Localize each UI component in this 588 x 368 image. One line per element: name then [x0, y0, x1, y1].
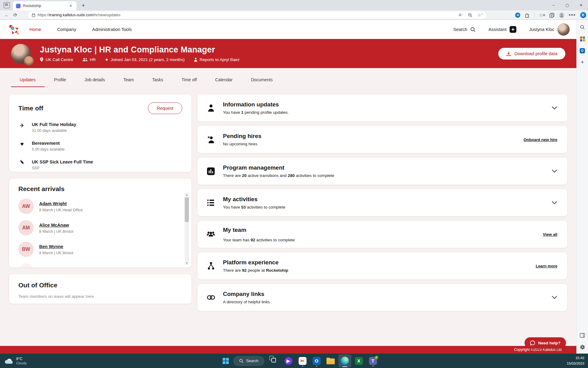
- platform-experience-panel[interactable]: Platform experience There are 92 people …: [198, 252, 567, 279]
- onboard-new-hire-link[interactable]: Onboard new hire: [523, 137, 557, 142]
- sidebar-settings-gear-icon[interactable]: [580, 344, 585, 350]
- scrollbar-down-icon[interactable]: ▼: [185, 261, 189, 265]
- edge-app-icon[interactable]: [338, 355, 351, 367]
- out-of-office-title: Out of Office: [18, 282, 57, 289]
- scrollbar-thumb[interactable]: [185, 197, 189, 222]
- close-button[interactable]: ✕: [574, 0, 588, 10]
- chevron-down-icon[interactable]: [552, 201, 557, 204]
- sidebar-panel-icon[interactable]: [580, 333, 585, 338]
- browser-toolbar: ← ⟳ https://training.kallidus-suite.com/…: [0, 10, 588, 20]
- arrival-name-link[interactable]: Adam Wright: [39, 201, 67, 206]
- out-of-office-card: Out of Office Team members on leave will…: [9, 274, 191, 304]
- teams-app-icon[interactable]: T✓: [367, 355, 379, 367]
- read-aloud-icon[interactable]: A⌣: [459, 13, 463, 17]
- minimize-button[interactable]: –: [547, 0, 560, 10]
- panel-title: My team: [223, 227, 295, 233]
- department-people-icon: [82, 58, 88, 62]
- panel-title: Information updates: [223, 101, 289, 108]
- bing-chat-icon[interactable]: b: [580, 12, 586, 18]
- taskbar-search[interactable]: Search: [233, 356, 264, 366]
- my-activities-panel[interactable]: My activities You have 53 activities to …: [198, 189, 567, 216]
- chevron-down-icon[interactable]: [552, 296, 557, 299]
- tab-actions-menu-icon[interactable]: [4, 2, 10, 8]
- add-favorite-icon[interactable]: ☆+: [477, 13, 483, 17]
- microsoft-365-icon[interactable]: [580, 36, 585, 41]
- profile-header: Justyna Kloc | HR and Compliance Manager…: [0, 39, 576, 68]
- arrival-name-link[interactable]: Ben Wynne: [39, 244, 63, 249]
- information-updates-panel[interactable]: Information updates You have 1 pending p…: [198, 94, 567, 121]
- taskbar-clock[interactable]: 15:43 15/03/2023: [567, 355, 584, 366]
- sidebar-outlook-icon[interactable]: O: [580, 48, 585, 53]
- sidebar-add-icon[interactable]: +: [581, 60, 584, 64]
- chevron-down-icon[interactable]: [552, 106, 557, 109]
- tab-time-off[interactable]: Time off: [172, 77, 206, 87]
- zoom-out-icon[interactable]: [468, 13, 473, 17]
- heart-icon: ♥: [18, 141, 26, 148]
- search-button[interactable]: Search: [453, 27, 476, 32]
- tab-team[interactable]: Team: [114, 77, 143, 87]
- pending-hires-panel[interactable]: Pending hires No upcoming hires Onboard …: [198, 126, 567, 153]
- tab-job-details[interactable]: Job details: [75, 77, 114, 87]
- taskbar-weather-widget[interactable]: 8°C Cloudy: [4, 357, 27, 365]
- my-team-panel[interactable]: My team Your team has 92 activities to c…: [198, 221, 567, 248]
- outlook-app-icon[interactable]: O: [310, 355, 323, 367]
- favorites-icon[interactable]: ☆≡: [539, 13, 545, 17]
- assistant-button[interactable]: Assistant: [488, 26, 516, 33]
- site-favicon: [16, 4, 21, 8]
- chevron-down-icon[interactable]: [552, 169, 557, 173]
- new-tab-button[interactable]: +: [80, 2, 87, 10]
- profile-department: HR: [82, 57, 96, 62]
- scrollbar-up-icon[interactable]: ▲: [185, 193, 189, 197]
- nav-item-company[interactable]: Company: [57, 27, 76, 32]
- more-menu-icon[interactable]: •••: [569, 12, 576, 18]
- time-off-item[interactable]: ♥ Bereavement 5.00 days available: [18, 140, 182, 151]
- tab-updates[interactable]: Updates: [11, 77, 45, 87]
- assistant-sparkle-icon: [510, 26, 516, 33]
- tab-calendar[interactable]: Calendar: [206, 77, 242, 87]
- file-explorer-app-icon[interactable]: [324, 355, 337, 367]
- panel-title: My activities: [223, 196, 285, 203]
- browser-tab[interactable]: Rocketship ✕: [13, 1, 77, 10]
- clipchamp-app-icon[interactable]: ▶: [282, 355, 295, 367]
- panel-description: There are 92 people at Rocketship: [223, 268, 288, 273]
- tab-tasks[interactable]: Tasks: [143, 77, 172, 87]
- time-off-title: Time off: [18, 105, 43, 112]
- snipping-tool-app-icon[interactable]: ✂: [296, 355, 309, 367]
- browser-profile-avatar[interactable]: [559, 12, 564, 18]
- address-bar[interactable]: https://training.kallidus-suite.com/hr/n…: [28, 11, 486, 19]
- tab-close-icon[interactable]: ✕: [68, 3, 74, 9]
- extension-blue-icon[interactable]: w: [515, 13, 520, 18]
- program-management-panel[interactable]: Program management There are 20 active t…: [198, 158, 567, 185]
- nav-item-administration-tools[interactable]: Administration Tools: [92, 27, 132, 32]
- sidebar-search-icon[interactable]: [580, 25, 585, 30]
- arrival-name-link[interactable]: Alice McAnaw: [39, 223, 69, 228]
- time-off-item[interactable]: UK SSP Sick Leave Full Time SSP: [18, 159, 182, 170]
- task-view-button[interactable]: [268, 355, 281, 367]
- refresh-icon[interactable]: ⟳: [11, 12, 20, 18]
- collections-icon[interactable]: [549, 13, 555, 18]
- arrivals-scrollbar[interactable]: ▲ ▼: [185, 193, 189, 265]
- download-profile-data-button[interactable]: Download profile data: [498, 48, 565, 59]
- url-text: https://training.kallidus-suite.com/hr/n…: [38, 13, 120, 17]
- start-button[interactable]: [219, 355, 232, 367]
- excel-app-icon[interactable]: X: [352, 355, 365, 367]
- taskbar-search-icon: [239, 359, 243, 363]
- time-off-item[interactable]: ✈ UK Full Time Holiday 31.00 days availa…: [18, 122, 182, 133]
- user-menu[interactable]: Justyna Kloc: [529, 23, 570, 36]
- learn-more-link[interactable]: Learn more: [536, 264, 557, 268]
- request-time-off-button[interactable]: Request: [148, 102, 182, 114]
- tab-documents[interactable]: Documents: [242, 77, 282, 87]
- extensions-puzzle-icon[interactable]: [525, 13, 530, 18]
- rocketship-logo-icon[interactable]: [7, 22, 21, 36]
- need-help-button[interactable]: Need help?: [525, 337, 566, 348]
- company-links-panel[interactable]: Company links A directory of helpful lin…: [198, 284, 567, 311]
- tab-profile[interactable]: Profile: [45, 77, 75, 87]
- profile-avatar[interactable]: [11, 44, 31, 63]
- panel-description: Your team has 92 activities to complete: [223, 238, 295, 242]
- maximize-button[interactable]: ▢: [560, 0, 574, 10]
- back-icon[interactable]: ←: [2, 12, 11, 17]
- toolbar-divider: [534, 13, 534, 17]
- view-all-link[interactable]: View all: [543, 232, 557, 237]
- time-off-item-detail: 5.00 days available: [32, 147, 65, 151]
- nav-item-home[interactable]: Home: [29, 27, 41, 32]
